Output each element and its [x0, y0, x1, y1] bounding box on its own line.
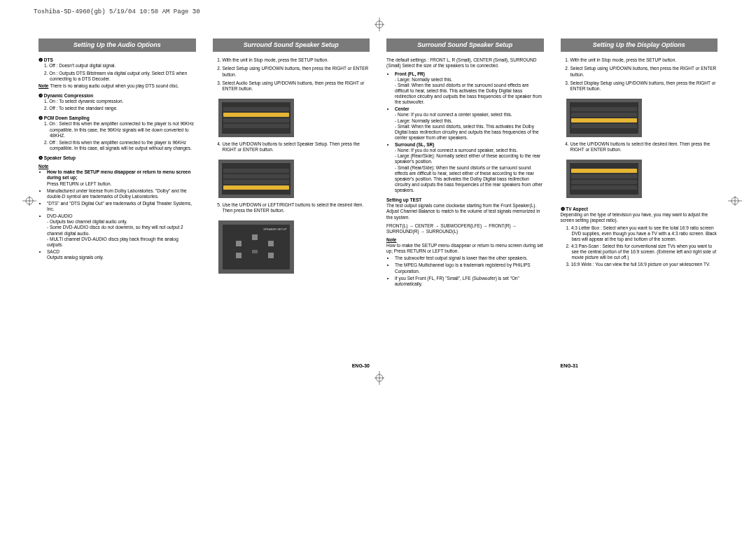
body-text: Depending on the type of television you … — [561, 212, 718, 223]
body-text: SACDOutputs analog signals only. — [47, 249, 196, 260]
body-text: 1. On : To select dynamic compression. — [44, 99, 196, 104]
body-text: FRONT(L) → CENTER → SUBWOOFER(LFE) → FRO… — [386, 223, 544, 234]
body-text: 2. 4:3 Pan-Scan : Select this for conven… — [566, 244, 718, 260]
column-display-options: Setting Up the Display Options With the … — [561, 38, 718, 370]
tv-aspect-heading: ❶ TV Aspect — [561, 206, 718, 212]
body-text: 1. 4:3 Letter Box : Select when you want… — [566, 225, 718, 242]
body-text: "DTS" and "DTS Digital Out" are trademar… — [47, 201, 196, 212]
dynamic-compression-heading: ❸ Dynamic Compression — [38, 93, 196, 99]
dts-heading: ❷ DTS — [38, 57, 196, 63]
registration-mark-left — [22, 196, 36, 206]
step-text: With the unit in Stop mode, press the SE… — [223, 57, 370, 63]
pcm-heading: ❹ PCM Down Sampling — [38, 115, 196, 121]
note-heading: Note — [38, 164, 196, 169]
column-audio-options: Setting Up the Audio Options ❷ DTS 1. Of… — [38, 38, 196, 370]
registration-mark-bottom — [374, 371, 384, 385]
step-text: Use the UP/DOWN buttons to select the de… — [570, 141, 718, 153]
step-text: Use the UP/DOWN or LEFT/RIGHT buttons to… — [223, 202, 370, 213]
step-text: With the unit in Stop mode, press the SE… — [570, 57, 718, 63]
menu-screenshot — [218, 160, 294, 198]
test-heading: Setting up TEST — [386, 197, 544, 203]
body-text: Manufactured under license from Dolby La… — [47, 188, 196, 199]
body-text: 2. On : Outputs DTS Bitstream via digita… — [44, 71, 196, 82]
column-title: Setting Up the Display Options — [561, 38, 718, 52]
body-text: 1. Off : Doesn't output digital signal. — [44, 63, 196, 69]
column-surround-setup-steps: Surround Sound Speaker Setup With the un… — [213, 38, 370, 370]
body-text: The subwoofer test output signal is lowe… — [395, 255, 544, 261]
body-text: The MPEG Multichannel logo is a trademar… — [395, 262, 544, 274]
page-number-right: ENG-31 — [561, 363, 718, 370]
column-title: Surround Sound Speaker Setup — [386, 38, 544, 52]
step-text: Select Audio Setup using UP/DOWN buttons… — [223, 80, 370, 92]
manual-spread: Setting Up the Audio Options ❷ DTS 1. Of… — [38, 38, 718, 370]
registration-mark-right — [728, 196, 742, 206]
column-title: Setting Up the Audio Options — [38, 38, 196, 52]
step-text: Select Setup using UP/DOWN buttons, then… — [223, 66, 370, 77]
menu-screenshot — [218, 99, 294, 137]
speaker-layout-screenshot: SPEAKER SETUP — [218, 220, 294, 274]
body-text: 2. Off : Select this when the amplifier … — [44, 140, 196, 151]
step-text: Select Display Setup using UP/DOWN butto… — [570, 80, 718, 92]
step-text: Select Setup using UP/DOWN buttons, then… — [570, 66, 718, 77]
column-title: Surround Sound Speaker Setup — [213, 38, 370, 52]
body-text: How to make the SETUP menu disappear or … — [47, 169, 196, 186]
body-text: How to make the SETUP menu disappear or … — [386, 243, 544, 254]
print-job-header: Toshiba-SD-4960(gb) 5/19/04 10:50 AM Pag… — [34, 8, 200, 15]
body-text: If you Set Front (FL, FR) "Small", LFE (… — [395, 276, 544, 287]
body-text: Center - None: If you do not connect a c… — [395, 106, 544, 141]
body-text: 2. Off : To select the standard range. — [44, 106, 196, 111]
body-text: 3. 16:9 Wide : You can view the full 16:… — [566, 262, 718, 267]
body-text: Note There is no analog audio output whe… — [38, 83, 196, 89]
menu-screenshot — [566, 160, 642, 198]
speaker-setup-heading: ❺ Speaker Setup — [38, 155, 196, 161]
body-text: The default settings : FRONT L, R (Small… — [386, 57, 544, 69]
body-text: 1. On : Select this when the amplifier c… — [44, 121, 196, 138]
column-surround-detail: Surround Sound Speaker Setup The default… — [386, 38, 544, 370]
menu-screenshot — [566, 99, 642, 137]
body-text: The test output signals come clockwise s… — [386, 203, 544, 220]
registration-mark-top — [374, 17, 384, 31]
body-text: Surround (SL, SR) - None: If you do not … — [395, 142, 544, 193]
body-text: DVD-AUDIO - Outputs two channel digital … — [47, 213, 196, 248]
note-heading: Note — [386, 237, 544, 243]
step-text: Use the UP/DOWN buttons to select Speake… — [223, 141, 370, 153]
body-text: Front (FL, FR) - Large: Normally select … — [395, 71, 544, 106]
page-number-left: ENG-30 — [213, 363, 370, 370]
